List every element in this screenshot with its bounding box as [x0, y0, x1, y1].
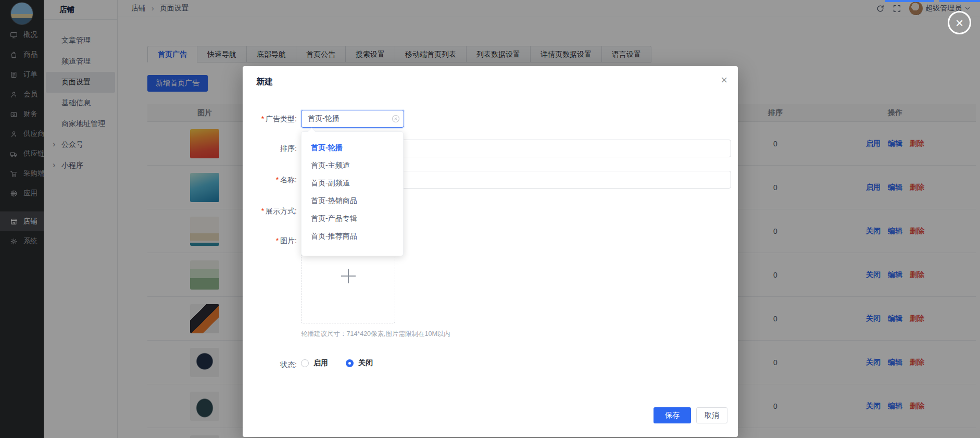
ad-type-value: 首页-轮播: [308, 114, 340, 123]
dropdown-options: 首页-轮播首页-主频道首页-副频道首页-热销商品首页-产品专辑首页-推荐商品: [301, 139, 403, 245]
required-asterisk: *: [276, 176, 279, 184]
name-label: *名称:: [243, 174, 297, 185]
status-radio-1[interactable]: 关闭: [346, 358, 373, 368]
dropdown-arrow: [308, 128, 316, 136]
dropdown-option-0[interactable]: 首页-轮播: [301, 139, 403, 156]
display-method-label: *展示方式:: [243, 206, 297, 216]
modal-title: 新建: [256, 77, 273, 87]
sort-label: 排序:: [243, 143, 297, 154]
ad-type-select[interactable]: 首页-轮播: [301, 110, 404, 128]
dropdown-option-3[interactable]: 首页-热销商品: [301, 192, 403, 209]
status-radio-group: 启用关闭: [301, 358, 373, 368]
overlay-close-button[interactable]: ×: [948, 11, 971, 34]
status-radio-0[interactable]: 启用: [301, 358, 328, 368]
dropdown-option-2[interactable]: 首页-副频道: [301, 174, 403, 192]
status-label: 状态:: [243, 359, 297, 370]
top-edge-fragment: [885, 0, 934, 2]
save-button[interactable]: 保存: [654, 407, 691, 423]
radio-unselected-icon: [301, 359, 309, 367]
radio-selected-icon: [346, 359, 354, 367]
cancel-button[interactable]: 取消: [696, 407, 727, 423]
page-root: 概况商品订单会员财务供应商供应链采购端应用店铺系统 店铺 文章管理频道管理页面设…: [0, 0, 980, 438]
radio-label: 关闭: [358, 358, 373, 368]
radio-label: 启用: [313, 358, 328, 368]
top-edge-fragment: [939, 0, 980, 2]
dropdown-option-1[interactable]: 首页-主频道: [301, 156, 403, 174]
clear-icon[interactable]: [392, 115, 400, 123]
modal-close-icon[interactable]: ×: [721, 73, 727, 87]
required-asterisk: *: [261, 115, 264, 123]
image-size-hint: 轮播建议尺寸：714*420像素,图片需限制在10M以内: [301, 330, 450, 339]
image-label: *图片:: [243, 235, 297, 246]
ad-type-label: *广告类型:: [243, 114, 297, 124]
plus-icon: [341, 269, 356, 283]
ad-type-dropdown: 首页-轮播首页-主频道首页-副频道首页-热销商品首页-产品专辑首页-推荐商品: [301, 131, 404, 256]
new-ad-modal: 新建 × *广告类型: 首页-轮播 排序: *名称: *展示方式: *图片: 轮…: [243, 66, 738, 437]
required-asterisk: *: [261, 207, 264, 215]
required-asterisk: *: [276, 236, 279, 245]
dropdown-option-5[interactable]: 首页-推荐商品: [301, 227, 403, 245]
dropdown-option-4[interactable]: 首页-产品专辑: [301, 209, 403, 227]
